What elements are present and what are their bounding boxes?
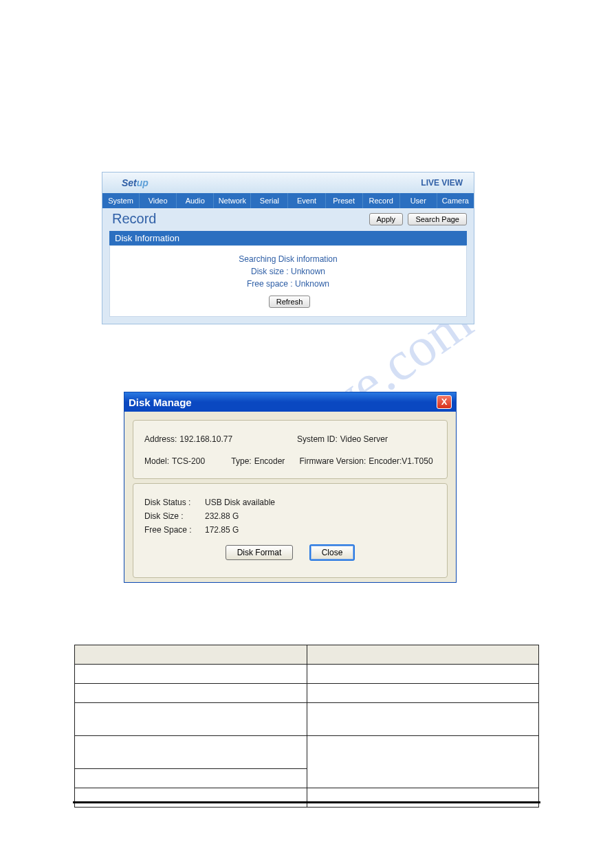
tab-video[interactable]: Video (140, 193, 177, 208)
page-title: Record (109, 211, 156, 227)
live-view-link[interactable]: LIVE VIEW (421, 178, 463, 188)
th-2 (307, 645, 539, 665)
setup-logo-suffix: up (137, 177, 149, 188)
type-value: Encoder (254, 456, 285, 466)
disk-status-label: Disk Status : (144, 498, 205, 507)
td-r1c1 (75, 665, 307, 684)
spec-table (74, 645, 539, 808)
tab-camera[interactable]: Camera (437, 193, 474, 208)
disk-manage-dialog: Disk Manage X Address: 192.168.10.77 Sys… (124, 392, 457, 583)
close-icon[interactable]: X (437, 395, 452, 409)
td-r6c1 (75, 788, 307, 808)
device-info-fieldset: Address: 192.168.10.77 System ID: Video … (133, 420, 448, 479)
td-r6c2 (307, 788, 539, 808)
th-1 (75, 645, 307, 665)
td-r4c1 (75, 736, 307, 769)
title-row: Record Apply Search Page (102, 208, 474, 230)
td-r2c1 (75, 684, 307, 703)
apply-button[interactable]: Apply (369, 213, 404, 225)
info-searching: Searching Disk information (110, 254, 466, 264)
disk-status-fieldset: Disk Status : USB Disk available Disk Si… (133, 483, 448, 578)
refresh-button[interactable]: Refresh (269, 296, 311, 308)
dialog-title-text: Disk Manage (129, 397, 192, 408)
tab-serial[interactable]: Serial (251, 193, 288, 208)
close-button[interactable]: Close (309, 544, 355, 561)
td-r4c2 (307, 736, 539, 788)
setup-logo: Setup (122, 177, 149, 188)
tab-system[interactable]: System (102, 193, 140, 208)
disk-status-value: USB Disk available (205, 498, 275, 507)
system-id-label: System ID: (297, 434, 338, 444)
disk-info-body: Searching Disk information Disk size : U… (109, 245, 467, 317)
web-header: Setup LIVE VIEW (102, 173, 474, 193)
tab-preset[interactable]: Preset (326, 193, 363, 208)
firmware-value: Encoder:V1.T050 (369, 456, 432, 466)
td-r5c1 (75, 769, 307, 788)
disk-size-value: 232.88 G (205, 511, 239, 521)
free-space-value: 172.85 G (205, 525, 239, 535)
tab-bar: System Video Audio Network Serial Event … (102, 193, 474, 208)
firmware-label: Firmware Version: (300, 456, 366, 466)
search-page-button[interactable]: Search Page (408, 213, 467, 225)
model-value: TCS-200 (172, 456, 205, 466)
disk-info-section-title: Disk Information (109, 231, 467, 245)
td-r3c2 (307, 703, 539, 736)
td-r2c2 (307, 684, 539, 703)
tab-user[interactable]: User (400, 193, 437, 208)
title-buttons: Apply Search Page (366, 213, 467, 225)
dialog-titlebar: Disk Manage X (124, 392, 456, 412)
td-r3c1 (75, 703, 307, 736)
info-free-space: Free space : Unknown (110, 279, 466, 289)
free-space-label: Free Space : (144, 525, 205, 535)
address-label: Address: (144, 434, 177, 444)
info-disk-size: Disk size : Unknown (110, 267, 466, 276)
model-label: Model: (144, 456, 169, 466)
tab-event[interactable]: Event (288, 193, 325, 208)
tab-record[interactable]: Record (363, 193, 400, 208)
tab-network[interactable]: Network (214, 193, 251, 208)
system-id-value: Video Server (340, 434, 388, 444)
disk-format-button[interactable]: Disk Format (226, 545, 294, 560)
disk-size-label: Disk Size : (144, 511, 205, 521)
setup-logo-prefix: Set (122, 177, 137, 188)
dialog-button-row: Disk Format Close (144, 539, 436, 569)
setup-web-panel: Setup LIVE VIEW System Video Audio Netwo… (102, 172, 474, 324)
address-value: 192.168.10.77 (179, 434, 232, 444)
type-label: Type: (231, 456, 251, 466)
tab-audio[interactable]: Audio (177, 193, 214, 208)
td-r1c2 (307, 665, 539, 684)
footer-rule (73, 801, 540, 803)
